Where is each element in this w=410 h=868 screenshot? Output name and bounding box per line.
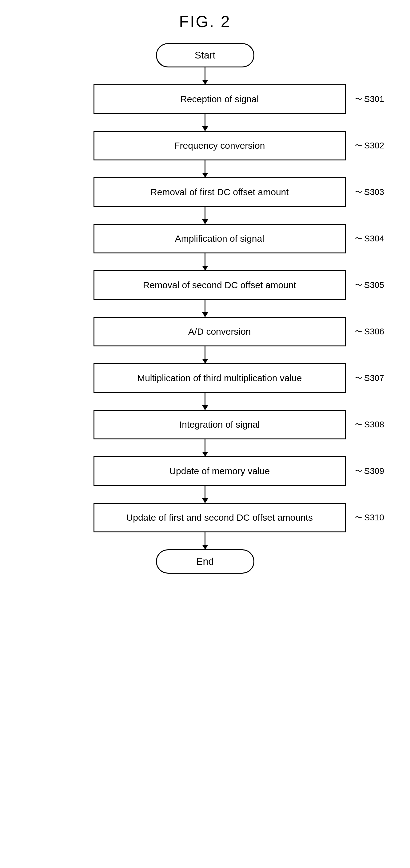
- box-s308: Integration of signal: [94, 410, 346, 439]
- arrow-s303-to-s304: [205, 207, 205, 224]
- step-label-s307: 〜 S307: [355, 373, 384, 383]
- tilde-s309: 〜: [355, 466, 362, 476]
- step-row-s310: Update of first and second DC offset amo…: [0, 503, 410, 532]
- box-s304: Amplification of signal: [94, 224, 346, 253]
- step-row-s304: Amplification of signal 〜 S304: [0, 224, 410, 253]
- step-row-s303: Removal of first DC offset amount 〜 S303: [0, 177, 410, 207]
- step-label-s306: 〜 S306: [355, 327, 384, 337]
- step-label-s302: 〜 S302: [355, 141, 384, 151]
- box-s301: Reception of signal: [94, 84, 346, 114]
- tilde-s307: 〜: [355, 373, 362, 383]
- start-terminal: Start: [156, 43, 254, 67]
- step-label-s304: 〜 S304: [355, 234, 384, 244]
- box-s307: Multiplication of third multiplication v…: [94, 363, 346, 393]
- step-row-s301: Reception of signal 〜 S301: [0, 84, 410, 114]
- tilde-s302: 〜: [355, 141, 362, 151]
- box-s303: Removal of first DC offset amount: [94, 177, 346, 207]
- step-label-s305: 〜 S305: [355, 280, 384, 290]
- step-row-s306: A/D conversion 〜 S306: [0, 317, 410, 346]
- end-terminal: End: [156, 549, 254, 574]
- tilde-s301: 〜: [355, 94, 362, 104]
- figure-title: FIG. 2: [179, 12, 231, 31]
- arrow-s307-to-s308: [205, 393, 205, 410]
- box-s305: Removal of second DC offset amount: [94, 270, 346, 300]
- box-s306: A/D conversion: [94, 317, 346, 346]
- arrow-s309-to-s310: [205, 486, 205, 503]
- tilde-s306: 〜: [355, 327, 362, 337]
- tilde-s305: 〜: [355, 280, 362, 290]
- arrow-s305-to-s306: [205, 300, 205, 317]
- arrow-start-to-s301: [205, 67, 205, 84]
- tilde-s303: 〜: [355, 187, 362, 197]
- step-label-s303: 〜 S303: [355, 187, 384, 197]
- arrow-s306-to-s307: [205, 346, 205, 363]
- arrow-s308-to-s309: [205, 439, 205, 456]
- box-s302: Frequency conversion: [94, 131, 346, 160]
- step-row-s302: Frequency conversion 〜 S302: [0, 131, 410, 160]
- arrow-s302-to-s303: [205, 160, 205, 177]
- step-row-s308: Integration of signal 〜 S308: [0, 410, 410, 439]
- arrow-s301-to-s302: [205, 114, 205, 131]
- box-s310: Update of first and second DC offset amo…: [94, 503, 346, 532]
- flowchart: Start Reception of signal 〜 S301 Frequen…: [0, 43, 410, 574]
- step-row-s307: Multiplication of third multiplication v…: [0, 363, 410, 393]
- step-row-s309: Update of memory value 〜 S309: [0, 456, 410, 486]
- step-label-s308: 〜 S308: [355, 420, 384, 430]
- tilde-s304: 〜: [355, 234, 362, 244]
- tilde-s310: 〜: [355, 513, 362, 523]
- step-row-s305: Removal of second DC offset amount 〜 S30…: [0, 270, 410, 300]
- step-label-s310: 〜 S310: [355, 513, 384, 523]
- box-s309: Update of memory value: [94, 456, 346, 486]
- arrow-s304-to-s305: [205, 253, 205, 270]
- page: FIG. 2 Start Reception of signal 〜 S301 …: [0, 0, 410, 868]
- arrow-s310-to-end: [205, 532, 205, 549]
- step-label-s301: 〜 S301: [355, 94, 384, 104]
- tilde-s308: 〜: [355, 420, 362, 430]
- step-label-s309: 〜 S309: [355, 466, 384, 476]
